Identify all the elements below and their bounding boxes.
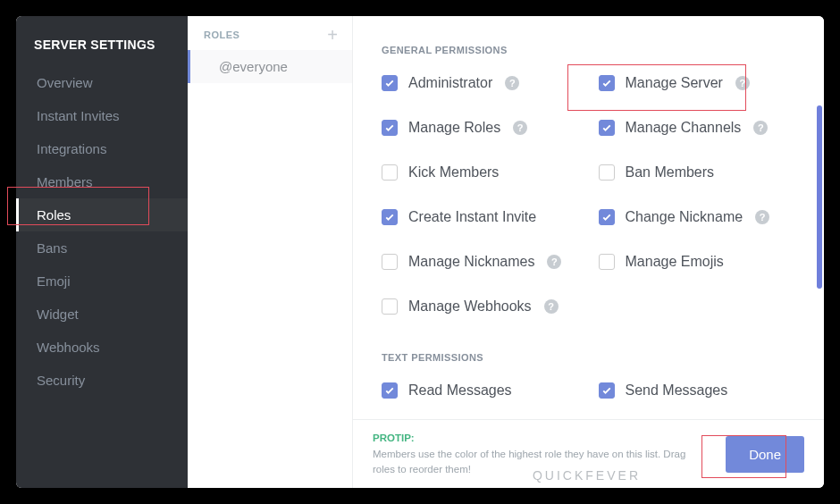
permission-row: Manage Roles? (382, 120, 572, 136)
permission-checkbox[interactable] (382, 209, 398, 225)
sidebar-item-instant-invites[interactable]: Instant Invites (16, 99, 188, 132)
permission-checkbox[interactable] (599, 120, 615, 136)
general-permissions-title: GENERAL PERMISSIONS (382, 45, 788, 55)
permission-row: Administrator? (382, 75, 572, 91)
permission-row: Manage Nicknames? (382, 254, 572, 270)
help-icon[interactable]: ? (735, 76, 750, 90)
permission-checkbox[interactable] (599, 254, 615, 270)
permission-checkbox[interactable] (382, 298, 398, 315)
permission-label: Send Messages (626, 382, 728, 399)
help-icon[interactable]: ? (544, 299, 559, 314)
text-permissions-grid: Read MessagesSend Messages (382, 382, 788, 399)
permission-label: Manage Webhooks (408, 298, 532, 315)
check-icon (601, 212, 612, 223)
help-icon[interactable]: ? (755, 210, 769, 224)
permission-checkbox[interactable] (599, 164, 615, 181)
roles-column: ROLES + @everyone (188, 16, 353, 488)
watermark: QUICKFEVER (533, 468, 641, 483)
text-permissions-title: TEXT PERMISSIONS (382, 352, 788, 363)
check-icon (601, 385, 612, 396)
check-icon (384, 122, 395, 133)
check-icon (384, 78, 395, 88)
permission-row: Manage Channels? (599, 120, 789, 136)
roles-list: @everyone (188, 50, 352, 83)
permission-label: Change Nickname (626, 209, 743, 225)
permission-row: Send Messages (599, 382, 789, 399)
sidebar-item-emoji[interactable]: Emoji (16, 265, 188, 298)
sidebar-item-webhooks[interactable]: Webhooks (16, 331, 188, 364)
permission-row: Kick Members (382, 164, 572, 181)
sidebar-item-bans[interactable]: Bans (16, 231, 188, 265)
permission-label: Administrator (408, 75, 492, 91)
permission-label: Kick Members (408, 164, 499, 181)
permission-checkbox[interactable] (382, 254, 398, 270)
permission-checkbox[interactable] (382, 120, 398, 136)
permission-label: Manage Server (626, 75, 723, 91)
protip-label: PROTIP: (373, 431, 708, 446)
sidebar-title: SERVER SETTINGS (16, 38, 188, 66)
sidebar-items: OverviewInstant InvitesIntegrationsMembe… (16, 66, 188, 397)
permission-checkbox[interactable] (599, 209, 615, 225)
role-item[interactable]: @everyone (188, 50, 352, 83)
permission-row: Change Nickname? (599, 209, 789, 225)
check-icon (601, 78, 612, 88)
permission-label: Manage Channels (626, 120, 742, 136)
check-icon (384, 385, 395, 396)
permission-row: Create Instant Invite (382, 209, 572, 225)
check-icon (384, 212, 395, 223)
permission-label: Manage Roles (408, 120, 500, 136)
done-button[interactable]: Done (726, 436, 804, 473)
permission-label: Manage Nicknames (408, 254, 534, 270)
sidebar-item-integrations[interactable]: Integrations (16, 132, 188, 165)
permission-label: Manage Emojis (626, 254, 724, 270)
permission-checkbox[interactable] (382, 75, 398, 91)
roles-column-header: ROLES + (188, 16, 352, 50)
permission-row: Read Messages (382, 382, 572, 399)
sidebar-item-overview[interactable]: Overview (16, 66, 188, 99)
help-icon[interactable]: ? (753, 121, 768, 135)
sidebar-item-widget[interactable]: Widget (16, 298, 188, 331)
help-icon[interactable]: ? (505, 76, 519, 90)
add-role-icon[interactable]: + (327, 29, 338, 41)
help-icon[interactable]: ? (547, 255, 561, 269)
settings-sidebar: SERVER SETTINGS OverviewInstant InvitesI… (16, 16, 188, 488)
sidebar-item-security[interactable]: Security (16, 364, 188, 397)
permission-label: Ban Members (626, 164, 715, 181)
permission-row: Ban Members (599, 164, 789, 181)
permission-checkbox[interactable] (599, 382, 615, 399)
permission-row: Manage Server? (599, 75, 789, 91)
scrollbar-thumb[interactable] (817, 105, 822, 289)
permissions-scroll[interactable]: GENERAL PERMISSIONS Administrator?Manage… (353, 16, 824, 419)
settings-modal: SERVER SETTINGS OverviewInstant InvitesI… (16, 16, 824, 488)
check-icon (601, 122, 612, 133)
permission-checkbox[interactable] (382, 382, 398, 399)
permission-row: Manage Webhooks? (382, 298, 572, 315)
roles-column-title: ROLES (204, 29, 239, 40)
permission-checkbox[interactable] (382, 164, 398, 181)
help-icon[interactable]: ? (513, 121, 527, 135)
permission-label: Read Messages (408, 382, 512, 399)
permission-checkbox[interactable] (599, 75, 615, 91)
sidebar-item-members[interactable]: Members (16, 165, 188, 198)
sidebar-item-roles[interactable]: Roles (16, 198, 188, 231)
general-permissions-grid: Administrator?Manage Server?Manage Roles… (382, 75, 788, 315)
permission-row: Manage Emojis (599, 254, 789, 270)
role-permissions-panel: GENERAL PERMISSIONS Administrator?Manage… (353, 16, 824, 488)
permission-label: Create Instant Invite (408, 209, 536, 225)
